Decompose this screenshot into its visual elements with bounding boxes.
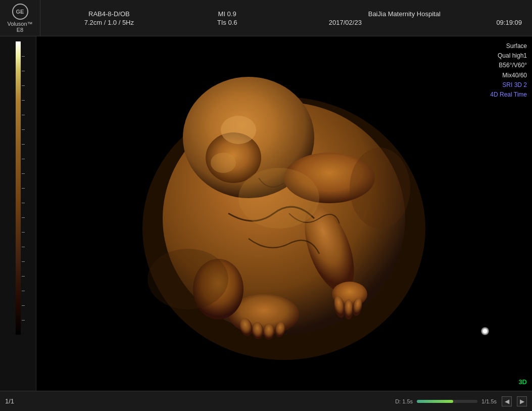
tick-12 [22,232,25,233]
tis-label: TIs 0.6 [169,19,286,26]
playback-end: 1/1.5s [481,398,497,404]
bottom-bar: 1/1 D: 1.5s 1/1.5s ◀ ▶ [0,391,532,411]
nav-next-button[interactable]: ▶ [517,396,527,406]
playback-track[interactable] [417,400,477,403]
mi-label: MI 0.9 [169,10,286,18]
depth-label: 7.2cm / 1.0 / 5Hz [51,19,168,26]
header-info: RAB4-8-D/OB MI 0.9 BaiJia Maternity Hosp… [40,8,532,28]
page-indicator: 1/1 [5,397,14,405]
right-overlay: Surface Qual high1 B56°/V60° Mix40/60 SR… [490,41,527,100]
tick-16 [22,291,25,291]
svg-point-8 [344,299,353,319]
svg-point-18 [211,153,236,173]
header-bar: GE Voluson™ E8 RAB4-8-D/OB MI 0.9 BaiJia… [0,0,532,36]
tick-13 [22,247,25,247]
tick-3 [22,100,25,101]
svg-point-19 [238,168,319,229]
date-label: 2017/02/23 [287,19,404,26]
ge-text: GE [16,9,24,15]
tick-5 [22,129,25,130]
tick-1 [22,71,25,71]
mix-label: Mix40/60 [490,71,527,80]
gain-bar-container [13,41,23,345]
left-sidebar [0,36,36,391]
tick-10 [22,203,25,203]
probe-label: RAB4-8-D/OB [51,10,168,18]
tick-0 [22,56,25,57]
tick-17 [22,305,25,306]
tick-7 [22,159,25,159]
logo-area: GE Voluson™ E8 [0,0,40,36]
playback-progress [417,400,453,403]
bottom-right: D: 1.5s 1/1.5s ◀ ▶ [395,396,527,406]
surface-label: Surface [490,41,527,51]
ge-logo: GE [12,4,28,20]
3d-label: 3D [518,378,527,386]
tick-9 [22,188,25,189]
svg-point-17 [221,116,256,144]
tick-15 [22,276,25,277]
tick-8 [22,173,25,174]
tick-11 [22,217,25,218]
svg-point-13 [263,324,274,340]
svg-point-21 [350,148,410,229]
playback-start: D: 1.5s [395,398,413,404]
playback-container: D: 1.5s 1/1.5s [395,398,497,404]
sri-label: SRI 3D 2 [490,80,527,90]
b-angle-label: B56°/V60° [490,61,527,70]
gain-bar [16,41,21,335]
model-label: E8 [17,27,23,33]
voluson-brand: Voluson™ [7,21,32,27]
svg-point-20 [148,249,228,309]
tick-18 [22,320,25,321]
tick-4 [22,115,25,115]
glow-dot [481,327,489,335]
qual-label: Qual high1 [490,51,527,61]
mode-label: 4D Real Time [490,90,527,100]
tick-6 [22,144,25,145]
hospital-label: BaiJia Maternity Hospital [287,10,522,18]
tick-2 [22,85,25,86]
nav-prev-button[interactable]: ◀ [502,396,512,406]
ultrasound-svg [36,36,532,391]
time-label: 09:19:09 [405,19,522,26]
tick-14 [22,261,25,262]
main-image-area: Surface Qual high1 B56°/V60° Mix40/60 SR… [36,36,532,391]
